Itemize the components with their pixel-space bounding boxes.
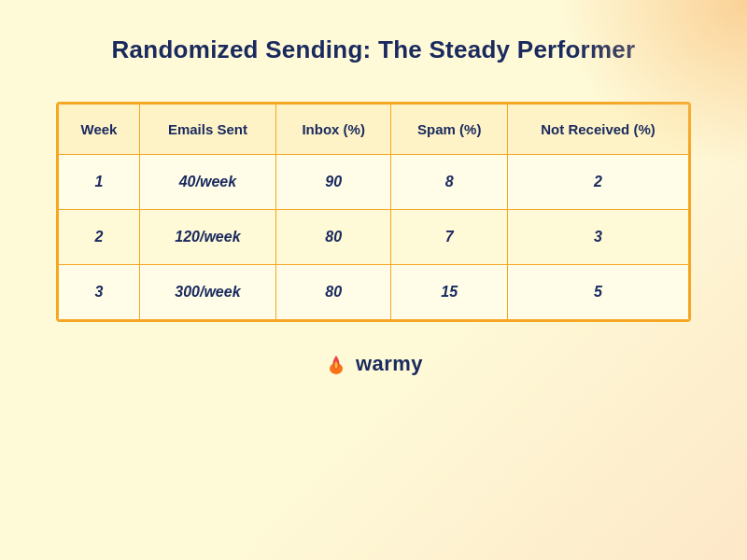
table-body: 140/week90822120/week80733300/week80155 <box>59 155 689 320</box>
page-container: Randomized Sending: The Steady Performer… <box>0 0 747 560</box>
table-cell-r0-c4: 2 <box>508 155 689 210</box>
table-row: 3300/week80155 <box>59 265 689 320</box>
brand-name: warmy <box>356 352 423 376</box>
table-cell-r2-c2: 80 <box>275 265 391 320</box>
table-header-row: Week Emails Sent Inbox (%) Spam (%) Not … <box>59 105 689 155</box>
table-row: 2120/week8073 <box>59 210 689 265</box>
table-cell-r1-c2: 80 <box>275 210 391 265</box>
col-header-emails-sent: Emails Sent <box>139 105 275 155</box>
table-cell-r0-c2: 90 <box>275 155 391 210</box>
table-row: 140/week9082 <box>59 155 689 210</box>
table-cell-r2-c1: 300/week <box>139 265 275 320</box>
table-cell-r1-c3: 7 <box>391 210 508 265</box>
table-cell-r0-c1: 40/week <box>139 155 275 210</box>
data-table: Week Emails Sent Inbox (%) Spam (%) Not … <box>58 104 689 320</box>
flame-icon <box>324 352 348 376</box>
data-table-wrapper: Week Emails Sent Inbox (%) Spam (%) Not … <box>56 102 691 322</box>
col-header-inbox: Inbox (%) <box>275 105 391 155</box>
table-cell-r2-c0: 3 <box>59 265 140 320</box>
table-cell-r1-c0: 2 <box>59 210 140 265</box>
col-header-spam: Spam (%) <box>391 105 508 155</box>
table-cell-r0-c3: 8 <box>391 155 508 210</box>
table-cell-r0-c0: 1 <box>59 155 140 210</box>
footer-logo: warmy <box>324 352 423 376</box>
table-cell-r1-c4: 3 <box>508 210 689 265</box>
table-cell-r2-c3: 15 <box>391 265 508 320</box>
page-title: Randomized Sending: The Steady Performer <box>112 35 636 64</box>
table-cell-r1-c1: 120/week <box>139 210 275 265</box>
table-cell-r2-c4: 5 <box>508 265 689 320</box>
col-header-week: Week <box>59 105 140 155</box>
